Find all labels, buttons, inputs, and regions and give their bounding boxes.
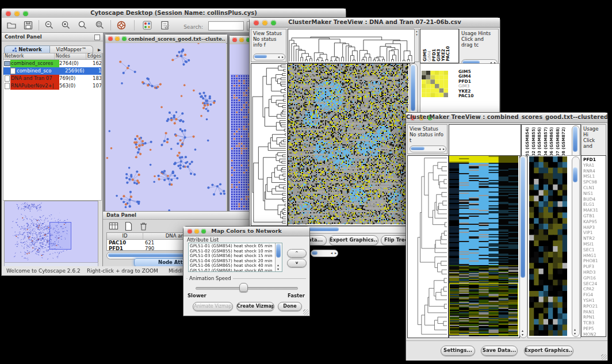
attribute-list-vscrollbar[interactable]: ▴ ▾ — [275, 243, 282, 271]
tv2-settings-button[interactable]: Settings... — [441, 346, 475, 356]
tv2-gene-label[interactable]: NTR2 — [583, 236, 606, 242]
zoom-icon[interactable] — [122, 36, 127, 41]
tv2-gene-list[interactable]: PFD1YRA1RNR4MSL1SPC98CLN1NIS1BUD4ELG1MAK… — [581, 155, 606, 337]
scroll-left-arrow[interactable]: ◂ — [439, 147, 441, 151]
tv1-row-dendrogram[interactable] — [251, 64, 286, 224]
tv2-heatmap-panel[interactable] — [449, 155, 520, 338]
tv2-gene-label[interactable]: PEP5 — [583, 326, 606, 332]
tv2-gene-label[interactable]: RPO21 — [583, 304, 606, 309]
tv2-row-dendrogram-panel[interactable] — [407, 155, 449, 338]
tv2-save-data-button[interactable]: Save Data... — [481, 346, 518, 356]
tv1-similarity-matrix[interactable] — [422, 71, 448, 97]
table-col-id[interactable]: ID — [107, 233, 143, 239]
delete-attribute-icon[interactable] — [139, 221, 148, 233]
tv2-gene-label[interactable]: CPA2 — [583, 286, 606, 292]
tv2-gene-label[interactable]: MSI1 — [583, 242, 606, 247]
network-canvas[interactable] — [105, 43, 226, 211]
tv2-export-graphics-button[interactable]: Export Graphics... — [524, 346, 573, 356]
tv2-gene-label[interactable]: PUF3 — [583, 264, 606, 270]
network-list-row[interactable]: combined_scores2764(0)16218(0) — [3, 60, 101, 67]
tv2-gene-label[interactable]: HRD3 — [583, 270, 606, 275]
tv1-heatmap[interactable] — [288, 64, 408, 224]
tv2-status-scrollbar[interactable]: ◂ ▸ — [410, 145, 446, 152]
tv2-column-dendrogram-panel[interactable] — [449, 124, 521, 156]
tv2-gene-label[interactable]: HMG1 — [583, 253, 606, 259]
tv2-gene-label[interactable]: RPN1 — [583, 315, 606, 320]
scrollbar-thumb[interactable] — [411, 147, 424, 150]
tv2-gene-label[interactable]: ELG1 — [583, 202, 606, 208]
tv2-gene-label[interactable]: FIG4 — [583, 292, 606, 298]
data-panel-hscroll-end[interactable]: ◂ ▸ — [311, 250, 338, 257]
tv2-gene-label[interactable]: YRA1 — [583, 163, 606, 168]
scroll-down-arrow[interactable]: ▾ — [522, 333, 523, 336]
scrollbar-thumb[interactable] — [254, 55, 267, 58]
tv1-export-graphics-button[interactable]: Export Graphics... — [329, 235, 378, 246]
tv2-gene-label[interactable]: PHO81 — [583, 258, 606, 264]
tv1-heatmap-panel[interactable] — [288, 63, 410, 226]
map-colors-dialog[interactable]: Map Colors to Network Attribute List GPL… — [183, 226, 310, 316]
dialog-titlebar[interactable]: Map Colors to Network — [183, 227, 309, 236]
vizmapper-icon[interactable] — [142, 20, 152, 33]
zoom-fit-icon[interactable] — [78, 20, 88, 33]
new-attribute-icon[interactable] — [124, 221, 133, 233]
scroll-down-arrow[interactable]: ▾ — [277, 267, 279, 271]
tv2-gene-label[interactable]: SEC24 — [583, 281, 606, 287]
move-down-button[interactable]: v — [287, 259, 307, 267]
float-panel-icon[interactable] — [94, 35, 100, 40]
tv2-gene-label[interactable]: PAN1 — [583, 309, 606, 315]
attribute-list-item[interactable]: GPL51-07 (GSM868) heat shock 60 min — [190, 269, 281, 273]
scroll-right-arrow[interactable]: ▸ — [335, 251, 336, 255]
scroll-down-arrow[interactable]: ▾ — [574, 332, 576, 335]
tv2-gene-label[interactable]: BUD4 — [583, 197, 606, 202]
animate-vizmap-button[interactable]: Animate Vizmap — [193, 302, 233, 311]
resize-grip[interactable] — [601, 354, 607, 360]
tv1-arrow-strip[interactable]: ▴▾ — [414, 29, 419, 62]
tv2-gene-label[interactable]: GTB1 — [583, 213, 606, 219]
zoom-in-icon[interactable] — [61, 20, 71, 33]
help-lifebuoy-icon[interactable] — [116, 20, 127, 33]
minimize-icon[interactable] — [239, 37, 244, 42]
tv2-heatmap[interactable] — [449, 156, 518, 336]
tv2-gene-label[interactable]: CLN1 — [583, 185, 606, 191]
scroll-left-arrow[interactable]: ◂ — [278, 55, 280, 59]
tv2-gene-label[interactable]: HAP3 — [583, 225, 606, 231]
tv2-gene-label[interactable]: RNR4 — [583, 168, 606, 174]
scrollbar-thumb[interactable] — [573, 127, 577, 152]
scrollbar-thumb[interactable] — [573, 167, 577, 182]
tv1-row-dendrogram-panel[interactable] — [251, 63, 288, 226]
network-list-row[interactable]: RNAPuberNov2+|563(0)107847(0) — [3, 82, 101, 90]
speed-slider-thumb[interactable] — [239, 283, 248, 292]
tv1-status-scrollbar[interactable]: ◂ ▸ — [253, 53, 285, 60]
tab-overflow-button[interactable]: ▶ — [98, 48, 101, 52]
overview-viewport-rect[interactable] — [49, 222, 71, 250]
tv2-gene-label[interactable]: SPC98 — [583, 179, 606, 185]
open-file-icon[interactable] — [6, 20, 17, 33]
tv2-gene-label[interactable]: YSH1 — [583, 298, 606, 304]
zoom-out-icon[interactable] — [44, 20, 55, 33]
window-controls[interactable] — [108, 36, 127, 41]
tv2-gene-label[interactable]: GPI16 — [583, 275, 606, 281]
network-list-row[interactable]: combined_sco2569(6)13112(15) — [3, 67, 101, 75]
tv2-zoom-vscrollbar[interactable]: ▴ ▾ — [572, 156, 580, 337]
col-edges[interactable]: Edges — [86, 53, 101, 59]
attribute-select-icon[interactable] — [109, 221, 118, 233]
tv1-column-dendrogram-panel[interactable] — [288, 29, 415, 63]
network-overview-panel[interactable] — [4, 201, 98, 263]
tv2-zoom-heatmap[interactable] — [529, 156, 567, 336]
save-icon[interactable] — [23, 20, 33, 33]
tv1-column-dendrogram[interactable] — [288, 29, 413, 62]
network-view-titlebar[interactable]: combined_scores_good.txt--cluste... — [105, 35, 227, 44]
tv2-gene-label[interactable]: MAK31 — [583, 208, 606, 213]
create-vizmap-button[interactable]: Create Vizmap — [236, 302, 274, 311]
scrollbar-thumb[interactable] — [411, 65, 415, 111]
col-network[interactable]: Network — [3, 53, 55, 59]
tv2-gene-label[interactable]: MSL1 — [583, 174, 606, 179]
resize-grip[interactable] — [303, 309, 309, 315]
scrollbar-thumb[interactable] — [521, 157, 525, 278]
col-nodes[interactable]: Nodes — [55, 53, 86, 59]
tv2-gene-label[interactable]: KAP95 — [583, 219, 606, 225]
tv2-gene-label[interactable]: TCB3 — [583, 320, 606, 326]
tv2-gene-label[interactable]: MON2 — [583, 332, 606, 337]
tv2-row-dendrogram[interactable] — [408, 156, 447, 336]
done-button[interactable]: Done — [278, 302, 302, 311]
